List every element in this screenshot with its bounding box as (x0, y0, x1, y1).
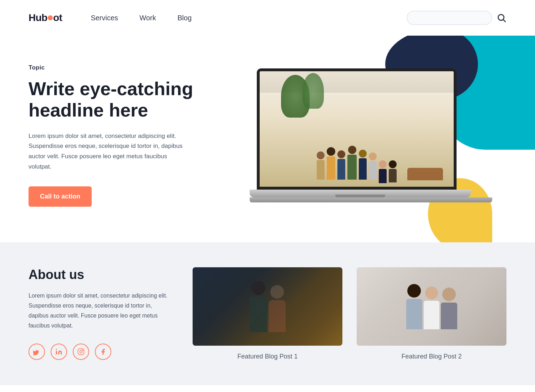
header: Hubot Services Work Blog (0, 0, 535, 36)
people-group (317, 146, 397, 180)
svg-point-0 (498, 15, 504, 20)
svg-rect-3 (78, 349, 84, 355)
blog-img-inner-2 (357, 267, 506, 346)
person-5 (359, 150, 367, 180)
hero-content: Topic Write eye-catching headline here L… (29, 64, 207, 207)
nav-work[interactable]: Work (139, 14, 156, 22)
search-area (407, 11, 506, 25)
couch (407, 168, 443, 180)
blog-image-2 (357, 267, 506, 346)
blog-image-1 (193, 267, 342, 346)
blog-card-1[interactable]: Featured Blog Post 1 (193, 267, 342, 360)
twitter-icon[interactable] (29, 344, 45, 360)
linkedin-icon[interactable] (51, 344, 67, 360)
logo[interactable]: Hubot (29, 12, 62, 24)
nav-services[interactable]: Services (91, 14, 118, 22)
svg-point-4 (80, 351, 82, 353)
person-1 (317, 151, 325, 180)
svg-line-1 (503, 20, 505, 22)
hero-topic: Topic (29, 64, 207, 71)
laptop-stand (250, 197, 492, 202)
laptop-base (250, 190, 471, 197)
about-body: Lorem ipsum dolor sit amet, consectetur … (29, 291, 171, 331)
hero-body: Lorem ipsum dolor sit amet, consectetur … (29, 131, 185, 172)
blog-label-1: Featured Blog Post 1 (237, 353, 297, 360)
social-icons (29, 344, 171, 360)
tree-center (302, 73, 324, 109)
hero-image (207, 68, 506, 202)
person-7 (379, 160, 387, 183)
about-title: About us (29, 267, 171, 282)
blog-people-2 (399, 277, 464, 336)
about-section: About us Lorem ipsum dolor sit amet, con… (0, 242, 535, 385)
person-3 (337, 150, 345, 180)
search-button[interactable] (496, 13, 506, 23)
nav-blog[interactable]: Blog (177, 14, 192, 22)
hero-headline: Write eye-catching headline here (29, 78, 207, 121)
navigation: Services Work Blog (91, 14, 192, 22)
blog-card-2[interactable]: Featured Blog Post 2 (357, 267, 506, 360)
laptop-frame (250, 68, 464, 202)
person-2 (327, 147, 335, 180)
svg-point-5 (82, 350, 83, 351)
blog-label-2: Featured Blog Post 2 (401, 353, 462, 360)
cta-button[interactable]: Call to action (29, 186, 92, 207)
logo-text: Hubot (29, 12, 62, 24)
about-left: About us Lorem ipsum dolor sit amet, con… (29, 267, 171, 360)
hero-section: Topic Write eye-catching headline here L… (0, 36, 535, 242)
svg-point-2 (56, 349, 57, 350)
search-input[interactable] (407, 11, 492, 25)
instagram-icon[interactable] (73, 344, 89, 360)
search-icon (496, 13, 506, 23)
blog-cards: Featured Blog Post 1 (193, 267, 506, 360)
laptop-screen (257, 68, 457, 190)
person-6 (369, 153, 377, 180)
laptop-screen-inner (260, 71, 454, 187)
blog-img-inner-1 (193, 267, 342, 346)
person-4 (347, 146, 357, 180)
person-8 (389, 160, 397, 182)
facebook-icon[interactable] (95, 344, 111, 360)
